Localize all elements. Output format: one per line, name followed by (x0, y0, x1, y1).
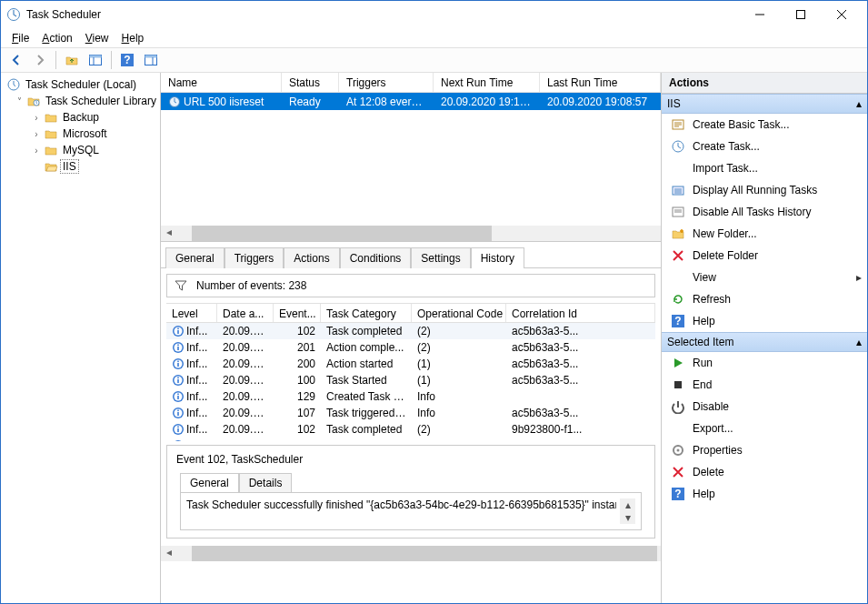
actions-group-selected[interactable]: Selected Item ▴ (662, 332, 867, 352)
tree-item-iis[interactable]: IIS (3, 158, 158, 175)
menubar: File Action View Help (1, 28, 867, 47)
col-date[interactable]: Date a... (217, 304, 274, 322)
info-icon (172, 423, 185, 436)
action-delete-folder[interactable]: Delete Folder (662, 245, 867, 267)
action-run[interactable]: Run (662, 352, 867, 374)
action-refresh[interactable]: Refresh (662, 288, 867, 310)
horizontal-scrollbar[interactable]: ◂ (161, 226, 661, 241)
history-pane: Number of events: 238 Level Date a... Ev… (161, 268, 661, 603)
action-import-task[interactable]: Import Task... (662, 157, 867, 179)
action-icon (671, 117, 685, 132)
action-help[interactable]: ?Help (662, 483, 867, 505)
action-new-folder[interactable]: New Folder... (662, 223, 867, 245)
col-name[interactable]: Name (161, 73, 282, 92)
actions-pane: Actions IIS ▴ Create Basic Task...Create… (662, 73, 867, 603)
history-row[interactable]: Inf...20.09.2...200Action started(1)ac5b… (166, 356, 655, 372)
info-icon (172, 357, 185, 370)
tab-settings[interactable]: Settings (411, 247, 470, 268)
action-icon: ? (671, 314, 685, 328)
event-header: Event 102, TaskScheduler (173, 451, 649, 468)
menu-action[interactable]: Action (36, 30, 77, 46)
history-row[interactable]: Inf...20.09.2...102Task completed(2)9b92… (166, 421, 655, 438)
event-detail: Event 102, TaskScheduler General Details… (166, 445, 655, 539)
tree-root[interactable]: Task Scheduler (Local) (3, 76, 158, 93)
event-tab-details[interactable]: Details (239, 473, 293, 492)
action-display-all-running-tasks[interactable]: Display All Running Tasks (662, 179, 867, 201)
action-export[interactable]: Export... (662, 418, 867, 439)
forward-button[interactable] (30, 50, 50, 70)
toggle-actions-button[interactable] (141, 50, 161, 70)
tab-triggers[interactable]: Triggers (224, 247, 284, 268)
help-button[interactable]: ? (117, 50, 137, 70)
minimize-button[interactable] (739, 2, 780, 27)
actions-group-iis[interactable]: IIS ▴ (662, 94, 867, 114)
expand-icon[interactable]: ˅ (15, 96, 24, 106)
action-create-task[interactable]: Create Task... (662, 136, 867, 157)
svg-rect-39 (177, 428, 179, 432)
col-status[interactable]: Status (282, 73, 339, 92)
menu-file[interactable]: File (6, 30, 35, 46)
col-correlation[interactable]: Correlation Id (506, 304, 655, 322)
col-opcode[interactable]: Operational Code (412, 304, 506, 322)
filter-icon[interactable] (175, 279, 187, 292)
col-event-id[interactable]: Event... (274, 304, 321, 322)
svg-rect-27 (177, 379, 179, 383)
action-end[interactable]: End (662, 374, 867, 396)
col-next-run[interactable]: Next Run Time (434, 73, 540, 92)
horizontal-scrollbar[interactable]: ◂ (161, 546, 661, 561)
menu-help[interactable]: Help (116, 30, 150, 46)
task-row[interactable]: URL 500 iisreset Ready At 12:08 every ..… (161, 93, 661, 110)
action-icon (671, 443, 685, 458)
tab-general[interactable]: General (165, 247, 224, 268)
vertical-scrollbar[interactable]: ▴▾ (620, 498, 635, 524)
titlebar: Task Scheduler (1, 1, 867, 28)
svg-point-41 (173, 440, 184, 441)
up-folder-button[interactable] (62, 50, 82, 70)
action-properties[interactable]: Properties (662, 439, 867, 461)
svg-rect-15 (177, 330, 179, 334)
tab-actions[interactable]: Actions (284, 247, 339, 268)
svg-rect-35 (177, 412, 179, 416)
col-category[interactable]: Task Category (321, 304, 412, 322)
svg-rect-40 (177, 427, 179, 428)
history-row[interactable]: Inf...20.09.2...201Action comple...(2)9b… (166, 438, 655, 441)
menu-view[interactable]: View (80, 30, 115, 46)
task-tabs: General Triggers Actions Conditions Sett… (161, 242, 661, 268)
history-row[interactable]: Inf...20.09.2...129Created Task P...Info (166, 388, 655, 405)
action-create-basic-task[interactable]: Create Basic Task... (662, 114, 867, 136)
history-row[interactable]: Inf...20.09.2...102Task completed(2)ac5b… (166, 323, 655, 339)
tree-item-microsoft[interactable]: › Microsoft (3, 126, 158, 142)
tree-item-backup[interactable]: › Backup (3, 109, 158, 126)
history-row[interactable]: Inf...20.09.2...201Action comple...(2)ac… (166, 339, 655, 356)
tab-history[interactable]: History (471, 247, 524, 268)
action-delete[interactable]: Delete (662, 461, 867, 483)
filter-bar: Number of events: 238 (166, 274, 655, 297)
history-rows[interactable]: Inf...20.09.2...102Task completed(2)ac5b… (166, 323, 655, 441)
action-help[interactable]: ?Help (662, 310, 867, 332)
action-disable-all-tasks-history[interactable]: Disable All Tasks History (662, 201, 867, 223)
toggle-panes-button[interactable] (85, 50, 105, 70)
tab-conditions[interactable]: Conditions (340, 247, 412, 268)
col-triggers[interactable]: Triggers (339, 73, 434, 92)
scheduler-icon (6, 77, 21, 92)
action-disable[interactable]: Disable (662, 396, 867, 418)
expand-icon[interactable]: › (32, 146, 41, 156)
col-level[interactable]: Level (166, 304, 217, 322)
folder-icon (44, 143, 58, 157)
svg-text:?: ? (674, 315, 681, 327)
center-pane: Name Status Triggers Next Run Time Last … (161, 73, 662, 603)
expand-icon[interactable]: › (32, 129, 41, 139)
action-view[interactable]: View▸ (662, 267, 867, 288)
svg-rect-1 (796, 11, 804, 19)
event-tab-general[interactable]: General (180, 473, 239, 492)
action-icon (671, 226, 685, 241)
tree-library[interactable]: ˅ Task Scheduler Library (3, 93, 158, 109)
close-button[interactable] (821, 2, 862, 27)
back-button[interactable] (6, 50, 26, 70)
col-last-run[interactable]: Last Run Time (540, 73, 661, 92)
history-row[interactable]: Inf...20.09.2...100Task Started(1)ac5b63… (166, 372, 655, 388)
tree-item-mysql[interactable]: › MySQL (3, 142, 158, 158)
history-row[interactable]: Inf...20.09.2...107Task triggered ...Inf… (166, 405, 655, 421)
expand-icon[interactable]: › (32, 113, 41, 123)
maximize-button[interactable] (780, 2, 821, 27)
